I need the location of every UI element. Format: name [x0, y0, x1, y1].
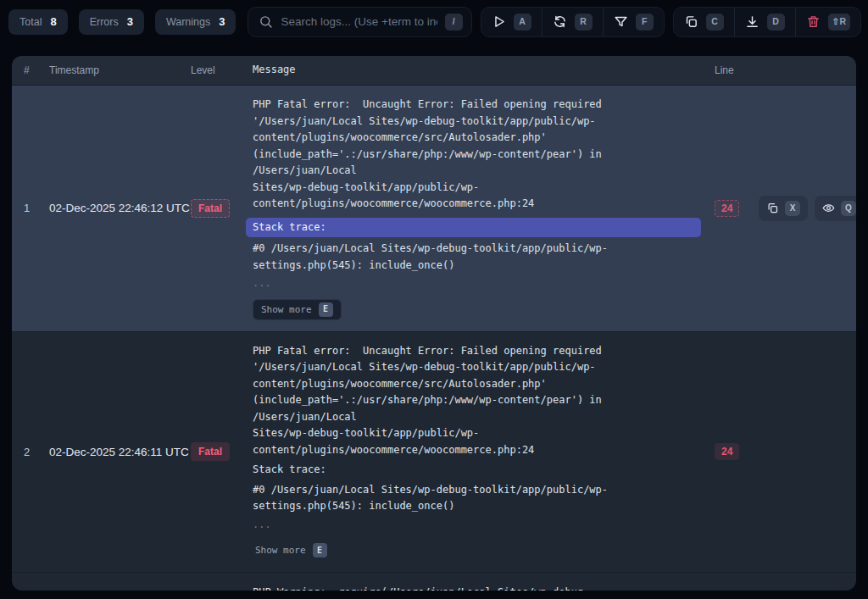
refresh-button[interactable]: R: [542, 8, 603, 36]
level-badge: Fatal: [191, 199, 230, 218]
shortcut-key: R: [575, 14, 593, 31]
stack-trace-label: Stack trace:: [246, 218, 701, 238]
log-message: PHP Fatal error: Uncaught Error: Failed …: [253, 343, 709, 459]
level-badge: Fatal: [191, 442, 230, 461]
filter-icon: [614, 14, 628, 29]
shortcut-key: X: [785, 201, 800, 216]
refresh-icon: [553, 14, 567, 29]
stat-badge-errors[interactable]: Errors3: [79, 9, 144, 35]
line-number-badge: 24: [715, 443, 739, 460]
row-number: 1: [12, 202, 49, 214]
filter-button[interactable]: F: [603, 8, 664, 36]
truncation-ellipsis: ...: [253, 275, 709, 292]
download-button[interactable]: D: [734, 8, 795, 36]
log-message: PHP Fatal error: Uncaught Error: Failed …: [253, 97, 709, 213]
stats-group: Total8Errors3Warnings3: [8, 9, 236, 35]
toolbar: Total8Errors3Warnings3 / ARF CD⇧R: [0, 0, 868, 39]
stack-trace-text: #0 /Users/juan/Local Sites/wp-debug-tool…: [253, 482, 709, 515]
play-icon: [492, 14, 506, 29]
stat-value: 8: [50, 15, 56, 28]
stat-badge-warnings[interactable]: Warnings3: [155, 9, 236, 35]
stat-label: Warnings: [166, 16, 210, 28]
show-more-label: Show more: [261, 304, 312, 315]
shortcut-key: Q: [841, 201, 856, 216]
shortcut-key: A: [514, 14, 531, 31]
column-header-number: #: [12, 64, 49, 76]
show-more-shortcut-key: E: [319, 302, 333, 317]
show-more-shortcut-key: E: [313, 543, 327, 557]
stat-value: 3: [219, 15, 225, 28]
trash-icon: [806, 14, 821, 29]
column-header-timestamp: Timestamp: [49, 64, 191, 76]
search-shortcut-key: /: [445, 14, 463, 31]
table-row[interactable]: 3 02-Dec-2025 22:46:11 UTC Warning PHP W…: [12, 573, 856, 591]
search-icon: [259, 14, 273, 29]
table-header: # Timestamp Level Message Line: [12, 56, 856, 86]
shortcut-key: D: [767, 14, 785, 31]
copy-log-button[interactable]: X: [759, 196, 808, 221]
stack-trace-text: #0 /Users/juan/Local Sites/wp-debug-tool…: [253, 241, 709, 274]
row-timestamp: 02-Dec-2025 22:46:12 UTC: [49, 202, 191, 214]
search-bar: /: [248, 7, 471, 37]
run-button[interactable]: A: [481, 8, 542, 36]
column-header-level: Level: [191, 64, 253, 76]
stat-badge-total[interactable]: Total8: [8, 9, 68, 35]
search-input[interactable]: [281, 15, 437, 28]
table-row[interactable]: 2 02-Dec-2025 22:46:11 UTC Fatal PHP Fat…: [12, 332, 856, 574]
primary-actions-group: ARF: [481, 7, 665, 37]
row-timestamp: 02-Dec-2025 22:46:11 UTC: [49, 446, 191, 458]
table-row[interactable]: 1 02-Dec-2025 22:46:12 UTC Fatal PHP Fat…: [12, 86, 856, 332]
copy-icon: [684, 14, 698, 29]
log-table: # Timestamp Level Message Line 1 02-Dec-…: [12, 56, 856, 591]
row-actions: XQ: [759, 196, 856, 221]
view-log-button[interactable]: Q: [815, 196, 856, 221]
shortcut-key: F: [636, 14, 654, 31]
table-body: 1 02-Dec-2025 22:46:12 UTC Fatal PHP Fat…: [12, 86, 856, 591]
line-number-badge: 24: [715, 200, 739, 217]
copy-all-button[interactable]: C: [674, 8, 734, 36]
stat-label: Errors: [90, 16, 119, 28]
stack-trace-label: Stack trace:: [253, 462, 709, 479]
eye-icon: [822, 202, 835, 214]
show-more-button[interactable]: Show more E: [253, 299, 342, 320]
stat-label: Total: [19, 16, 42, 28]
copy-icon: [766, 202, 779, 214]
show-more-button[interactable]: Show more E: [253, 540, 336, 561]
truncation-ellipsis: ...: [253, 517, 709, 534]
row-number: 2: [12, 446, 49, 458]
log-message: PHP Warning: require(/Users/juan/Local S…: [253, 585, 709, 591]
column-header-line: Line: [715, 64, 759, 76]
show-more-label: Show more: [255, 545, 306, 556]
stat-value: 3: [127, 15, 133, 28]
clear-logs-button[interactable]: ⇧R: [795, 8, 860, 36]
download-icon: [745, 14, 760, 29]
shortcut-key: C: [706, 14, 724, 31]
shortcut-key: ⇧R: [828, 14, 850, 31]
secondary-actions-group: CD⇧R: [673, 7, 861, 37]
column-header-message: Message: [253, 56, 715, 90]
